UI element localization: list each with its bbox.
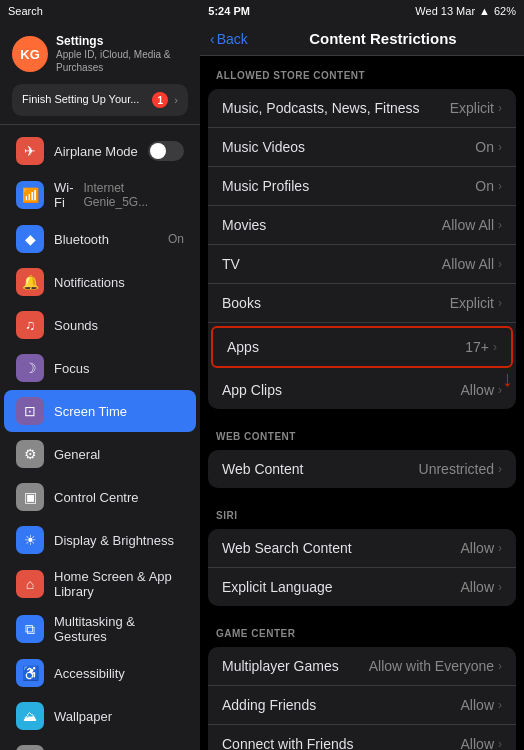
finish-setup-chevron: › [174,94,178,106]
sidebar-item-home-screen[interactable]: ⌂Home Screen & App Library [4,562,196,606]
airplane-mode-toggle[interactable] [148,141,184,161]
sidebar-label-notifications: Notifications [54,275,184,290]
row-chevron-1: › [498,698,502,712]
row-value-2: Allow [461,736,494,750]
sidebar-item-multitasking[interactable]: ⧉Multitasking & Gestures [4,607,196,651]
row-value-4: Allow All [442,256,494,272]
sidebar-item-sounds[interactable]: ♫Sounds [4,304,196,346]
bluetooth-icon: ◆ [16,225,44,253]
row-value-0: Explicit [450,100,494,116]
row-value-0: Allow with Everyone [369,658,494,674]
settings-row-books[interactable]: BooksExplicit› [208,284,516,323]
finish-setup-text: Finish Setting Up Your... [22,93,146,106]
notifications-icon: 🔔 [16,268,44,296]
airplane-mode-icon: ✈ [16,137,44,165]
settings-row-web-content[interactable]: Web ContentUnrestricted› [208,450,516,488]
main-container: KG Settings Apple ID, iCloud, Media & Pu… [0,0,524,750]
row-chevron-1: › [498,140,502,154]
sidebar-profile[interactable]: KG Settings Apple ID, iCloud, Media & Pu… [12,34,188,74]
general-icon: ⚙ [16,440,44,468]
row-label-6: Apps [227,339,465,355]
wifi-icon: 📶 [16,181,44,209]
siri-search-icon: ◎ [16,745,44,750]
back-chevron-icon: ‹ [210,31,215,47]
row-chevron-4: › [498,257,502,271]
settings-row-explicit-language[interactable]: Explicit LanguageAllow› [208,568,516,606]
status-date: Wed 13 Mar [415,5,475,17]
sidebar-item-display-brightness[interactable]: ☀Display & Brightness [4,519,196,561]
back-label: Back [217,31,248,47]
sidebar-item-focus[interactable]: ☽Focus [4,347,196,389]
sidebar-item-bluetooth[interactable]: ◆BluetoothOn [4,218,196,260]
focus-icon: ☽ [16,354,44,382]
row-chevron-6: › [493,340,497,354]
row-value-7: Allow [461,382,494,398]
display-brightness-icon: ☀ [16,526,44,554]
sounds-icon: ♫ [16,311,44,339]
section-header-siri: SIRI [200,496,524,525]
section-header-game-center: GAME CENTER [200,614,524,643]
settings-title: Settings [56,34,188,48]
back-button[interactable]: ‹ Back [210,31,248,47]
sidebar-label-airplane-mode: Airplane Mode [54,144,138,159]
row-label-0: Multiplayer Games [222,658,369,674]
row-chevron-2: › [498,179,502,193]
row-chevron-7: › [498,383,502,397]
settings-group-web-content: Web ContentUnrestricted› [208,450,516,488]
settings-row-app-clips[interactable]: App ClipsAllow› [208,371,516,409]
sidebar-item-wifi[interactable]: 📶Wi-FiInternet Genie_5G... [4,173,196,217]
settings-row-connect-with-friends[interactable]: Connect with FriendsAllow› [208,725,516,750]
section-header-allowed-store-content: ALLOWED STORE CONTENT [200,56,524,85]
sidebar-label-multitasking: Multitasking & Gestures [54,614,184,644]
row-label-0: Web Content [222,461,419,477]
sidebar-label-display-brightness: Display & Brightness [54,533,184,548]
profile-subtitle: Apple ID, iCloud, Media & Purchases [56,48,188,74]
row-chevron-0: › [498,462,502,476]
settings-row-music-videos[interactable]: Music VideosOn› [208,128,516,167]
row-value-2: On [475,178,494,194]
settings-row-web-search-content[interactable]: Web Search ContentAllow› [208,529,516,568]
settings-row-apps[interactable]: Apps17+›↓ [211,326,513,368]
sidebar-item-wallpaper[interactable]: ⛰Wallpaper [4,695,196,737]
settings-row-multiplayer-games[interactable]: Multiplayer GamesAllow with Everyone› [208,647,516,686]
sidebar-items-section: ✈Airplane Mode📶Wi-FiInternet Genie_5G...… [0,125,200,750]
right-panel-title: Content Restrictions [258,30,508,47]
settings-row-music-profiles[interactable]: Music ProfilesOn› [208,167,516,206]
control-centre-icon: ▣ [16,483,44,511]
wifi-icon: ▲ [479,5,490,17]
sidebar-item-siri-search[interactable]: ◎Siri & Search [4,738,196,750]
row-value-5: Explicit [450,295,494,311]
sidebar-item-control-centre[interactable]: ▣Control Centre [4,476,196,518]
settings-row-music,-podcasts,-news,-fitness[interactable]: Music, Podcasts, News, FitnessExplicit› [208,89,516,128]
row-value-1: Allow [461,579,494,595]
sidebar-item-general[interactable]: ⚙General [4,433,196,475]
finish-setup-banner[interactable]: Finish Setting Up Your... 1 › [12,84,188,116]
sidebar-label-sounds: Sounds [54,318,184,333]
row-value-1: Allow [461,697,494,713]
status-left: Search [8,5,43,17]
row-chevron-1: › [498,580,502,594]
row-chevron-0: › [498,101,502,115]
sidebar-item-screen-time[interactable]: ⊡Screen Time [4,390,196,432]
row-label-5: Books [222,295,450,311]
sidebar-label-control-centre: Control Centre [54,490,184,505]
sidebar-item-notifications[interactable]: 🔔Notifications [4,261,196,303]
sidebar-item-accessibility[interactable]: ♿Accessibility [4,652,196,694]
row-label-2: Connect with Friends [222,736,461,750]
row-label-1: Adding Friends [222,697,461,713]
search-label: Search [8,5,43,17]
row-label-3: Movies [222,217,442,233]
row-chevron-0: › [498,541,502,555]
finish-setup-badge: 1 [152,92,168,108]
sidebar-label-accessibility: Accessibility [54,666,184,681]
settings-row-adding-friends[interactable]: Adding FriendsAllow› [208,686,516,725]
sidebar-header: KG Settings Apple ID, iCloud, Media & Pu… [0,22,200,125]
sidebar-item-airplane-mode[interactable]: ✈Airplane Mode [4,130,196,172]
settings-row-movies[interactable]: MoviesAllow All› [208,206,516,245]
settings-row-tv[interactable]: TVAllow All› [208,245,516,284]
home-screen-icon: ⌂ [16,570,44,598]
section-header-web-content: WEB CONTENT [200,417,524,446]
row-value-1: On [475,139,494,155]
row-chevron-2: › [498,737,502,750]
sidebar-label-home-screen: Home Screen & App Library [54,569,184,599]
